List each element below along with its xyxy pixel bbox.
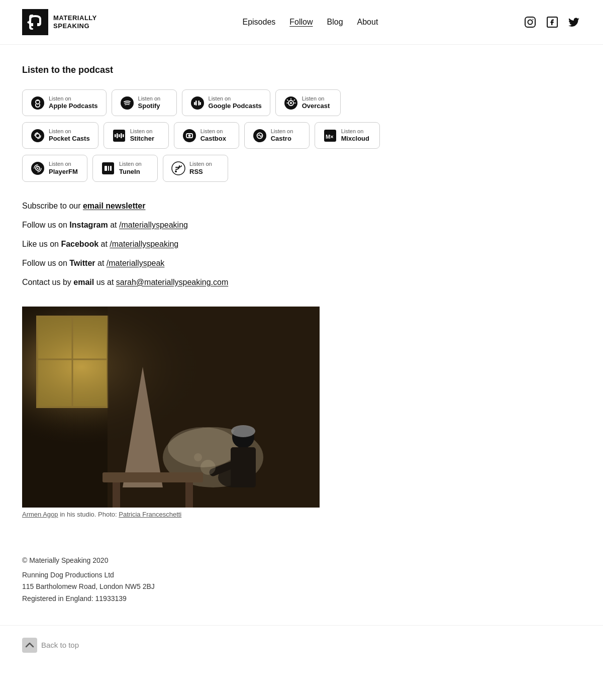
svg-point-55 bbox=[168, 427, 238, 467]
rss-icon bbox=[171, 161, 185, 175]
mixcloud-button[interactable]: M× Listen on Mixcloud bbox=[315, 122, 380, 149]
svg-line-22 bbox=[287, 99, 288, 101]
tunein-button[interactable]: Listen on TuneIn bbox=[92, 155, 158, 181]
site-footer: © Materially Speaking 2020 Running Dog P… bbox=[0, 556, 502, 625]
playerfm-icon bbox=[31, 161, 45, 175]
stitcher-button[interactable]: Listen on Stitcher bbox=[104, 122, 169, 149]
svg-rect-59 bbox=[185, 482, 193, 508]
main-nav: Episodes Follow Blog About bbox=[242, 18, 378, 27]
svg-rect-26 bbox=[115, 134, 116, 137]
header-social-icons bbox=[524, 16, 581, 29]
svg-point-10 bbox=[191, 96, 204, 110]
logo-text: MATERIALLY SPEAKING bbox=[53, 14, 97, 30]
facebook-link[interactable]: /materiallyspeaking bbox=[110, 240, 178, 248]
twitter-icon[interactable] bbox=[568, 16, 581, 29]
svg-point-3 bbox=[528, 20, 533, 25]
email-text: Contact us by email us at sarah@material… bbox=[22, 276, 480, 288]
spotify-icon bbox=[120, 96, 134, 110]
photo-caption: Armen Agop in his studio. Photo: Patrici… bbox=[22, 511, 480, 518]
nav-blog[interactable]: Blog bbox=[327, 18, 343, 27]
back-to-top-label: Back to top bbox=[41, 641, 79, 649]
instagram-icon[interactable] bbox=[524, 16, 537, 29]
svg-rect-2 bbox=[525, 17, 535, 27]
castro-button[interactable]: Listen on Castro bbox=[244, 122, 310, 149]
newsletter-text: Subscribe to our email newsletter bbox=[22, 200, 480, 212]
nav-about[interactable]: About bbox=[357, 18, 378, 27]
svg-point-46 bbox=[175, 170, 177, 172]
svg-rect-43 bbox=[108, 166, 109, 171]
back-to-top-link[interactable]: Back to top bbox=[0, 625, 603, 665]
site-header: { MATERIALLY SPEAKING Episodes Follow Bl… bbox=[0, 0, 603, 45]
logo-link[interactable]: { MATERIALLY SPEAKING bbox=[22, 9, 97, 35]
studio-photo bbox=[22, 307, 320, 508]
patricia-link[interactable]: Patricia Franceschetti bbox=[119, 511, 181, 518]
svg-rect-12 bbox=[198, 101, 199, 106]
svg-rect-28 bbox=[119, 134, 120, 137]
castro-icon bbox=[253, 129, 267, 143]
stitcher-icon bbox=[112, 129, 126, 143]
svg-text:M×: M× bbox=[326, 134, 334, 140]
svg-rect-27 bbox=[117, 133, 118, 138]
podcast-row-2: Listen on Pocket Casts Listen bbox=[22, 122, 480, 149]
podcast-row-1: Listen on Apple Podcasts Listen on Spoti… bbox=[22, 89, 480, 116]
email-link[interactable]: sarah@materiallyspeaking.com bbox=[116, 278, 228, 286]
svg-rect-44 bbox=[110, 166, 112, 171]
logo-icon: { bbox=[22, 9, 48, 35]
overcast-icon bbox=[284, 96, 298, 110]
svg-point-4 bbox=[533, 19, 534, 20]
svg-line-19 bbox=[294, 99, 295, 101]
apple-podcasts-icon bbox=[31, 96, 45, 110]
svg-rect-0 bbox=[22, 9, 48, 35]
apple-podcasts-button[interactable]: Listen on Apple Podcasts bbox=[22, 89, 107, 116]
back-to-top-icon bbox=[22, 638, 37, 653]
social-section: Subscribe to our email newsletter Follow… bbox=[22, 200, 480, 288]
facebook-icon[interactable] bbox=[546, 16, 559, 29]
photo-container: Armen Agop in his studio. Photo: Patrici… bbox=[22, 307, 480, 518]
svg-point-6 bbox=[31, 96, 44, 110]
instagram-text: Follow us on Instagram at /materiallyspe… bbox=[22, 219, 480, 231]
google-podcasts-button[interactable]: Listen on Google Podcasts bbox=[182, 89, 270, 116]
armen-agop-link[interactable]: Armen Agop bbox=[22, 511, 58, 518]
main-content: Listen to the podcast Listen on Apple Po… bbox=[0, 45, 502, 556]
svg-rect-67 bbox=[22, 638, 37, 653]
pocket-casts-button[interactable]: Listen on Pocket Casts bbox=[22, 122, 98, 149]
svg-rect-58 bbox=[113, 482, 120, 508]
page-title: Listen to the podcast bbox=[22, 65, 480, 75]
overcast-button[interactable]: Listen on Overcast bbox=[275, 89, 341, 116]
spotify-button[interactable]: Listen on Spotify bbox=[112, 89, 177, 116]
nav-follow[interactable]: Follow bbox=[289, 18, 313, 27]
svg-rect-11 bbox=[195, 101, 197, 106]
pocket-casts-icon bbox=[31, 129, 45, 143]
svg-rect-30 bbox=[123, 134, 124, 137]
svg-rect-14 bbox=[199, 102, 201, 105]
castbox-icon bbox=[182, 129, 196, 143]
mixcloud-icon: M× bbox=[323, 129, 337, 143]
newsletter-link[interactable]: email newsletter bbox=[83, 202, 146, 210]
playerfm-button[interactable]: Listen on PlayerFM bbox=[22, 155, 87, 181]
castbox-button[interactable]: Listen on Castbox bbox=[174, 122, 239, 149]
google-podcasts-icon bbox=[190, 96, 205, 110]
svg-rect-13 bbox=[194, 102, 195, 105]
tunein-icon bbox=[101, 161, 115, 175]
twitter-link[interactable]: /materiallyspeak bbox=[107, 259, 165, 267]
podcast-grid: Listen on Apple Podcasts Listen on Spoti… bbox=[22, 89, 480, 182]
svg-rect-29 bbox=[121, 133, 122, 138]
rss-button[interactable]: Listen on RSS bbox=[163, 155, 228, 181]
svg-point-62 bbox=[231, 425, 255, 437]
footer-address: Running Dog Productions Ltd 115 Bartholo… bbox=[22, 569, 480, 605]
svg-point-17 bbox=[290, 102, 292, 104]
twitter-text: Follow us on Twitter at /materiallyspeak bbox=[22, 257, 480, 269]
svg-point-40 bbox=[37, 167, 39, 169]
podcast-row-3: Listen on PlayerFM Listen on TuneIn bbox=[22, 155, 480, 181]
svg-rect-42 bbox=[105, 166, 107, 171]
copyright: © Materially Speaking 2020 bbox=[22, 556, 480, 564]
nav-episodes[interactable]: Episodes bbox=[242, 18, 275, 27]
svg-point-66 bbox=[194, 453, 202, 461]
svg-point-23 bbox=[31, 129, 44, 142]
svg-point-33 bbox=[188, 134, 190, 137]
instagram-link[interactable]: /materiallyspeaking bbox=[119, 221, 188, 229]
svg-rect-57 bbox=[103, 472, 203, 482]
facebook-text: Like us on Facebook at /materiallyspeaki… bbox=[22, 238, 480, 250]
svg-point-65 bbox=[200, 460, 216, 475]
